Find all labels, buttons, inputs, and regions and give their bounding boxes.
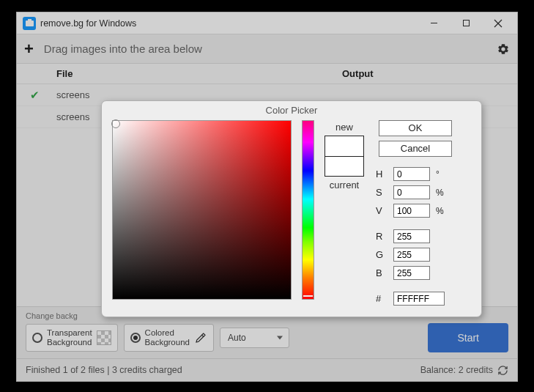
r-label: R	[376, 231, 387, 242]
g-input[interactable]	[393, 248, 430, 262]
b-input[interactable]	[393, 266, 430, 280]
hue-indicator	[303, 295, 313, 297]
app-window: remove.bg for Windows + Drag images into…	[16, 12, 518, 382]
s-input[interactable]	[393, 185, 430, 199]
new-label: new	[335, 122, 353, 133]
picker-title: Color Picker	[102, 101, 481, 118]
new-current-column: new current	[325, 120, 364, 306]
g-label: G	[376, 249, 387, 260]
g-row: G	[376, 248, 471, 262]
new-color-swatch	[325, 136, 363, 157]
current-color-swatch	[325, 157, 363, 177]
color-picker-dialog: Color Picker new current OK Cancel	[101, 100, 482, 317]
hex-input[interactable]	[393, 292, 445, 306]
ok-button[interactable]: OK	[379, 120, 452, 136]
v-label: V	[376, 205, 387, 216]
h-label: H	[376, 169, 387, 180]
v-input[interactable]	[393, 204, 430, 218]
r-input[interactable]	[393, 229, 430, 243]
sv-cursor-icon	[111, 119, 120, 128]
r-row: R	[376, 229, 471, 243]
picker-right-column: OK Cancel H ° S % V %	[374, 120, 471, 306]
cancel-button[interactable]: Cancel	[379, 141, 452, 157]
hex-row: #	[376, 292, 471, 306]
b-row: B	[376, 266, 471, 280]
s-row: S %	[376, 185, 471, 199]
s-unit: %	[436, 188, 446, 198]
hex-label: #	[376, 293, 387, 304]
new-current-swatches	[325, 136, 364, 177]
s-label: S	[376, 187, 387, 198]
v-row: V %	[376, 204, 471, 218]
h-row: H °	[376, 167, 471, 181]
saturation-value-panel[interactable]	[112, 120, 292, 300]
b-label: B	[376, 267, 387, 278]
h-unit: °	[436, 169, 446, 180]
current-label: current	[330, 180, 359, 191]
v-unit: %	[436, 206, 446, 216]
hue-slider[interactable]	[302, 120, 314, 300]
h-input[interactable]	[393, 167, 430, 181]
